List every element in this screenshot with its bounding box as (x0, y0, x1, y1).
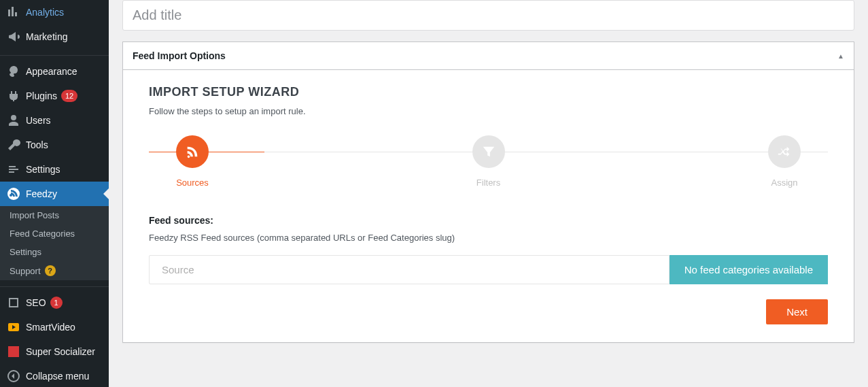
wizard-title: IMPORT SETUP WIZARD (149, 85, 828, 99)
sidebar-separator (0, 52, 109, 56)
step-label: Sources (176, 178, 209, 188)
wizard-description: Follow the steps to setup an import rule… (149, 106, 828, 116)
wizard-steps: Sources Filters Assign (149, 135, 828, 188)
chart-icon (7, 5, 20, 19)
sidebar-item-label: Settings (10, 247, 41, 257)
feed-import-postbox: Feed Import Options ▲ IMPORT SETUP WIZAR… (122, 41, 854, 343)
sidebar-item-label: SEO (26, 297, 46, 308)
funnel-icon (472, 135, 505, 168)
video-icon (7, 320, 20, 334)
sidebar-sub-import-posts[interactable]: Import Posts (0, 206, 109, 224)
feed-sources-description: Feedzy RSS Feed sources (comma separated… (149, 233, 828, 243)
next-button[interactable]: Next (766, 299, 828, 324)
sidebar-item-label: Support (10, 266, 41, 276)
title-input[interactable] (122, 0, 854, 31)
source-row: No feed categories available (149, 255, 828, 284)
sidebar-item-analytics[interactable]: Analytics (0, 0, 109, 24)
sliders-icon (7, 163, 20, 176)
seo-icon (7, 296, 20, 309)
sidebar-item-label: Collapse menu (26, 371, 89, 382)
sidebar-item-feedzy[interactable]: Feedzy (0, 182, 109, 206)
step-assign[interactable]: Assign (768, 135, 801, 188)
sidebar-item-label: Users (26, 115, 51, 126)
next-row: Next (149, 299, 828, 324)
source-input[interactable] (149, 255, 670, 284)
user-icon (7, 114, 20, 127)
sidebar-item-label: Plugins (26, 90, 57, 101)
step-label: Assign (771, 178, 797, 188)
sidebar-item-users[interactable]: Users (0, 108, 109, 133)
wrench-icon (7, 138, 20, 152)
plug-icon (7, 89, 20, 103)
sidebar-item-appearance[interactable]: Appearance (0, 59, 109, 84)
sidebar-submenu: Import Posts Feed Categories Settings Su… (0, 206, 109, 280)
sidebar-item-label: Tools (26, 139, 48, 150)
help-badge: ? (45, 265, 56, 276)
shuffle-icon (768, 135, 801, 168)
update-badge: 12 (61, 90, 77, 102)
sidebar-item-label: Import Posts (10, 210, 59, 220)
share-icon (7, 345, 20, 358)
postbox-title: Feed Import Options (133, 50, 226, 61)
sidebar-sub-settings[interactable]: Settings (0, 243, 109, 261)
triangle-up-icon: ▲ (837, 52, 844, 60)
svg-rect-2 (8, 346, 19, 357)
sidebar-item-label: Feed Categories (10, 229, 75, 239)
update-badge: 1 (50, 297, 63, 309)
collapse-icon (7, 369, 20, 383)
sidebar-separator (0, 284, 109, 287)
feed-sources-title: Feed sources: (149, 215, 828, 226)
step-label: Filters (476, 178, 500, 188)
sidebar-item-plugins[interactable]: Plugins 12 (0, 84, 109, 108)
step-sources[interactable]: Sources (176, 135, 209, 188)
sidebar-item-label: Marketing (26, 31, 67, 42)
rss-icon (176, 135, 209, 168)
sidebar-item-label: Appearance (26, 66, 77, 77)
feed-categories-button[interactable]: No feed categories available (670, 255, 828, 284)
sidebar-sub-support[interactable]: Support ? (0, 261, 109, 280)
sidebar-item-label: Super Socializer (26, 346, 95, 357)
step-filters[interactable]: Filters (472, 135, 505, 188)
sidebar-item-smartvideo[interactable]: SmartVideo (0, 315, 109, 339)
megaphone-icon (7, 30, 20, 44)
sidebar-item-marketing[interactable]: Marketing (0, 24, 109, 49)
admin-sidebar: Analytics Marketing Appearance Plugins 1… (0, 0, 109, 387)
postbox-header[interactable]: Feed Import Options ▲ (123, 42, 854, 70)
sidebar-item-settings[interactable]: Settings (0, 157, 109, 182)
brush-icon (7, 65, 20, 78)
sidebar-item-super-socializer[interactable]: Super Socializer (0, 339, 109, 364)
sidebar-item-label: SmartVideo (26, 322, 75, 333)
main-content: Feed Import Options ▲ IMPORT SETUP WIZAR… (109, 0, 868, 387)
sidebar-item-seo[interactable]: SEO 1 (0, 290, 109, 315)
sidebar-item-label: Feedzy (26, 188, 57, 199)
sidebar-item-label: Settings (26, 164, 60, 175)
postbox-body: IMPORT SETUP WIZARD Follow the steps to … (123, 70, 854, 342)
sidebar-item-collapse[interactable]: Collapse menu (0, 364, 109, 387)
sidebar-item-tools[interactable]: Tools (0, 133, 109, 157)
rss-icon (7, 187, 20, 201)
sidebar-item-label: Analytics (26, 7, 64, 18)
sidebar-sub-feed-categories[interactable]: Feed Categories (0, 224, 109, 243)
